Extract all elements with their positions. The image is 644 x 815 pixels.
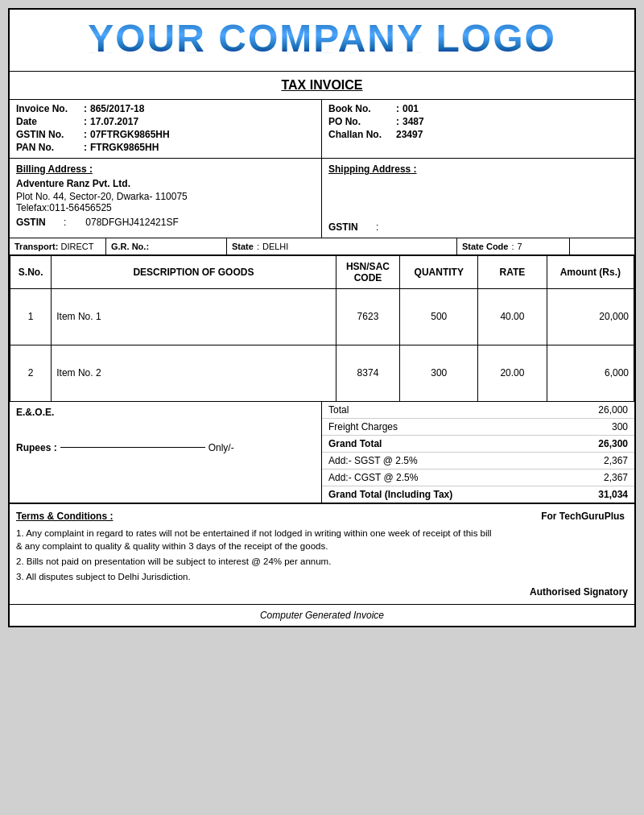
book-no-label: Book No. <box>328 103 393 114</box>
address-section: Billing Address : Adventure Ranz Pvt. Lt… <box>10 159 634 238</box>
shipping-address-title: Shipping Address : <box>328 163 628 175</box>
grand-total-value: 26,300 <box>560 435 634 452</box>
billing-company-name: Adventure Ranz Pvt. Ltd. <box>16 178 315 189</box>
gstin-row: GSTIN No. : 07FTRGK9865HH <box>16 129 315 140</box>
gr-label: G.R. No.: <box>111 242 149 251</box>
rupees-row: Rupees : Only/- <box>16 442 315 453</box>
item-rate: 40.00 <box>478 288 547 345</box>
terms-item3: 3. All disputes subject to Delhi Jurisdi… <box>16 570 628 583</box>
table-row: 2 Item No. 2 8374 300 20.00 6,000 <box>10 345 634 401</box>
cgst-label: Add:- CGST @ 2.5% <box>322 469 560 486</box>
totals-right: Total 26,000 Freight Charges 300 Grand T… <box>322 402 634 503</box>
eoe-left: E.&.O.E. Rupees : Only/- <box>10 402 322 503</box>
billing-gstin-value: 078DFGHJ412421SF <box>85 217 178 228</box>
invoice-no-label: Invoice No. <box>16 103 80 114</box>
freight-row: Freight Charges 300 <box>322 418 634 435</box>
item-qty: 300 <box>400 345 478 401</box>
header-desc: DESCRIPTION OF GOODS <box>52 255 336 288</box>
terms-title: Terms & Conditions : <box>16 511 628 522</box>
item-desc: Item No. 2 <box>52 345 336 401</box>
auth-signatory: Authorised Signatory <box>16 586 628 598</box>
invoice-title: TAX INVOICE <box>10 72 634 100</box>
logo-section: YOUR COMPANY LOGO YOUR COMPANY LOGO <box>10 10 634 72</box>
footer: Computer Generated Invoice <box>10 604 634 626</box>
rupees-line <box>60 447 205 448</box>
header-hsn: HSN/SAC CODE <box>336 255 400 288</box>
po-no-row: PO No. : 3487 <box>328 116 628 127</box>
final-total-row: Grand Total (Including Tax) 31,034 <box>322 486 634 503</box>
total-row: Total 26,000 <box>322 402 634 419</box>
invoice-no-value: 865/2017-18 <box>90 103 144 114</box>
transport-empty <box>570 238 634 254</box>
terms-section: Terms & Conditions : For TechGuruPlus 1.… <box>10 503 634 604</box>
total-value: 26,000 <box>560 402 634 419</box>
items-table: S.No. DESCRIPTION OF GOODS HSN/SAC CODE … <box>10 255 634 402</box>
header-rate: RATE <box>478 255 547 288</box>
state-code-label: State Code <box>462 242 508 251</box>
billing-address-line1: Plot No. 44, Sector-20, Dwarka- 110075 <box>16 191 315 202</box>
rupees-suffix: Only/- <box>208 442 234 453</box>
state-value: DELHI <box>262 242 288 251</box>
freight-value: 300 <box>560 418 634 435</box>
sgst-row: Add:- SGST @ 2.5% 2,367 <box>322 452 634 469</box>
state-code-cell: State Code : 7 <box>457 238 570 254</box>
sgst-value: 2,367 <box>560 452 634 469</box>
table-header-row: S.No. DESCRIPTION OF GOODS HSN/SAC CODE … <box>10 255 634 288</box>
shipping-gstin-label: GSTIN <box>328 221 373 233</box>
challan-label: Challan No. <box>328 129 393 140</box>
info-left: Invoice No. : 865/2017-18 Date : 17.07.2… <box>10 100 322 158</box>
gstin-value: 07FTRGK9865HH <box>90 129 170 140</box>
total-label: Total <box>322 402 560 419</box>
grand-total-label: Grand Total <box>322 435 560 452</box>
item-hsn: 8374 <box>336 345 400 401</box>
item-hsn: 7623 <box>336 288 400 345</box>
billing-address: Billing Address : Adventure Ranz Pvt. Lt… <box>10 159 322 238</box>
header-sno: S.No. <box>10 255 52 288</box>
totals-table: Total 26,000 Freight Charges 300 Grand T… <box>322 402 634 503</box>
challan-value: 23497 <box>396 129 423 140</box>
gr-cell: G.R. No.: <box>106 238 227 254</box>
billing-telefax: Telefax:011-56456525 <box>16 202 315 213</box>
pan-value: FTRGK9865HH <box>90 142 159 153</box>
freight-label: Freight Charges <box>322 418 560 435</box>
header-qty: QUANTITY <box>400 255 478 288</box>
date-label: Date <box>16 116 80 127</box>
sgst-label: Add:- SGST @ 2.5% <box>322 452 560 469</box>
grand-total-row: Grand Total 26,300 <box>322 435 634 452</box>
billing-gstin-label: GSTIN <box>16 217 60 228</box>
gstin-label: GSTIN No. <box>16 129 80 140</box>
transport-label: Transport: <box>14 242 58 251</box>
shipping-address-space <box>328 178 628 218</box>
eoe-text: E.&.O.E. <box>16 407 315 418</box>
item-sno: 1 <box>10 288 52 345</box>
transport-mode: DIRECT <box>60 242 93 251</box>
billing-address-title: Billing Address : <box>16 163 315 175</box>
item-amount: 20,000 <box>547 288 634 345</box>
cgst-row: Add:- CGST @ 2.5% 2,367 <box>322 469 634 486</box>
pan-row: PAN No. : FTRGK9865HH <box>16 142 315 153</box>
header-amount: Amount (Rs.) <box>547 255 634 288</box>
rupees-label: Rupees : <box>16 442 57 453</box>
for-company: For TechGuruPlus <box>541 511 625 522</box>
terms-item2: 2. Bills not paid on presentation will b… <box>16 555 628 568</box>
state-code-value: 7 <box>518 242 522 251</box>
table-row: 1 Item No. 1 7623 500 40.00 20,000 <box>10 288 634 345</box>
terms-item1: 1. Any complaint in regard to rates will… <box>16 527 499 552</box>
item-sno: 2 <box>10 345 52 401</box>
billing-gstin-row: GSTIN : 078DFGHJ412421SF <box>16 217 315 228</box>
transport-mode-cell: Transport: DIRECT <box>10 238 106 254</box>
item-amount: 6,000 <box>547 345 634 401</box>
final-total-label: Grand Total (Including Tax) <box>322 486 560 503</box>
invoice-container: YOUR COMPANY LOGO YOUR COMPANY LOGO TAX … <box>8 8 636 627</box>
po-no-value: 3487 <box>402 116 424 127</box>
book-no-row: Book No. : 001 <box>328 103 628 114</box>
item-desc: Item No. 1 <box>52 288 336 345</box>
transport-section: Transport: DIRECT G.R. No.: State : DELH… <box>10 238 634 255</box>
po-no-label: PO No. <box>328 116 393 127</box>
book-no-value: 001 <box>402 103 419 114</box>
cgst-value: 2,367 <box>560 469 634 486</box>
invoice-no-row: Invoice No. : 865/2017-18 <box>16 103 315 114</box>
final-total-value: 31,034 <box>560 486 634 503</box>
invoice-info: Invoice No. : 865/2017-18 Date : 17.07.2… <box>10 100 634 159</box>
date-value: 17.07.2017 <box>90 116 138 127</box>
